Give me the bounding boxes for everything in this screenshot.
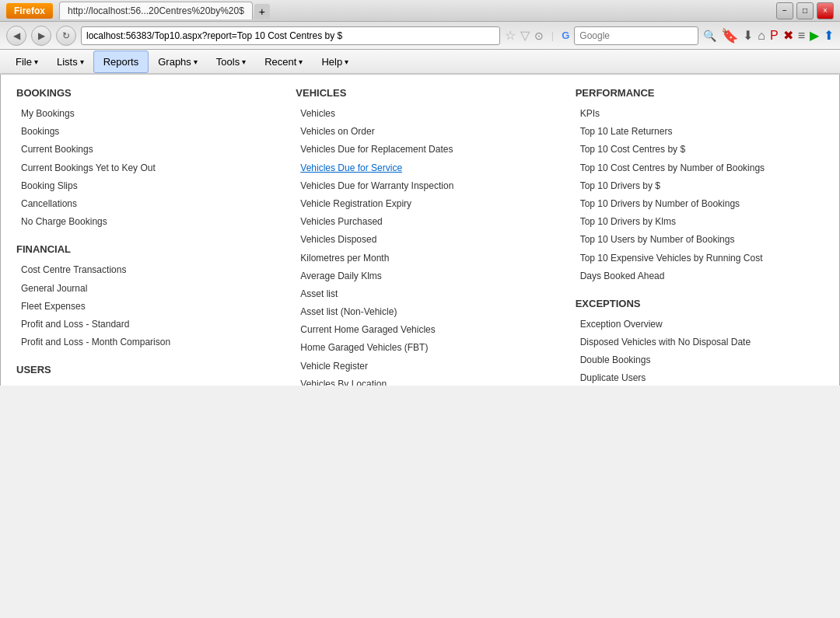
dropdown-col-3: PERFORMANCE KPIs Top 10 Late Returners T… bbox=[576, 87, 824, 386]
close-button[interactable]: × bbox=[817, 2, 834, 19]
bookings-section: BOOKINGS My Bookings Bookings Current Bo… bbox=[16, 87, 264, 231]
bookmark-v-icon[interactable]: ▽ bbox=[520, 28, 530, 43]
restore-button[interactable]: □ bbox=[796, 2, 814, 19]
dropdown-vehicles-by-location[interactable]: Vehicles By Location bbox=[296, 375, 544, 386]
menu-lists-label: Lists bbox=[57, 56, 78, 68]
dropdown-top10-drivers-dollar[interactable]: Top 10 Drivers by $ bbox=[576, 177, 824, 195]
dropdown-top10-cost-centres-bookings[interactable]: Top 10 Cost Centres by Number of Booking… bbox=[576, 159, 824, 177]
dropdown-booking-slips[interactable]: Booking Slips bbox=[16, 177, 264, 195]
bookings-title: BOOKINGS bbox=[16, 87, 264, 99]
dropdown-days-booked-ahead[interactable]: Days Booked Ahead bbox=[576, 267, 824, 285]
exceptions-title: EXCEPTIONS bbox=[576, 298, 824, 309]
url-input[interactable] bbox=[81, 26, 500, 45]
window-controls: − □ × bbox=[776, 2, 834, 19]
dropdown-top10-cost-centres-dollar[interactable]: Top 10 Cost Centres by $ bbox=[576, 141, 824, 159]
firefox-button[interactable]: Firefox bbox=[6, 3, 53, 19]
minimize-button[interactable]: − bbox=[776, 2, 793, 19]
dropdown-vehicle-registration[interactable]: Vehicle Registration Expiry bbox=[296, 195, 544, 213]
reports-dropdown: BOOKINGS My Bookings Bookings Current Bo… bbox=[0, 75, 840, 386]
search-icon[interactable]: 🔍 bbox=[703, 30, 716, 42]
exceptions-section: EXCEPTIONS Exception Overview Disposed V… bbox=[576, 298, 824, 386]
dropdown-vehicles-service[interactable]: Vehicles Due for Service bbox=[296, 159, 544, 177]
google-icon: G bbox=[562, 30, 569, 41]
dropdown-cancellations[interactable]: Cancellations bbox=[16, 195, 264, 213]
dropdown-asset-list-non-vehicle[interactable]: Asset list (Non-Vehicle) bbox=[296, 303, 544, 321]
menu-recent-arrow: ▾ bbox=[299, 58, 303, 66]
menu-reports[interactable]: Reports bbox=[93, 51, 149, 73]
financial-title: Financial bbox=[16, 243, 264, 255]
dropdown-current-bookings[interactable]: Current Bookings bbox=[16, 141, 264, 159]
dropdown-average-daily-klms[interactable]: Average Daily Klms bbox=[296, 267, 544, 285]
addon-icon2[interactable]: ≡ bbox=[798, 29, 805, 43]
refresh-button[interactable]: ↻ bbox=[56, 26, 76, 46]
dropdown-vehicles-disposed[interactable]: Vehicles Disposed bbox=[296, 231, 544, 249]
addon-icon4[interactable]: ⬆ bbox=[824, 28, 834, 43]
dropdown-general-journal[interactable]: General Journal bbox=[16, 280, 264, 298]
dropdown-my-bookings[interactable]: My Bookings bbox=[16, 105, 264, 123]
dropdown-exception-overview[interactable]: Exception Overview bbox=[576, 316, 824, 333]
dropdown-col-1: BOOKINGS My Bookings Bookings Current Bo… bbox=[16, 87, 264, 386]
tab-bar: http://localhost:56...20Centres%20by%20$… bbox=[59, 2, 776, 19]
download-icon[interactable]: ⬇ bbox=[743, 28, 753, 43]
forward-button[interactable]: ▶ bbox=[31, 26, 51, 46]
menu-help[interactable]: Help ▾ bbox=[312, 51, 358, 72]
dropdown-cost-centre-transactions[interactable]: Cost Centre Transactions bbox=[16, 261, 264, 279]
back-button[interactable]: ◀ bbox=[6, 26, 26, 46]
dropdown-double-bookings[interactable]: Double Bookings bbox=[576, 351, 824, 369]
dropdown-home-garaged-fbt[interactable]: Home Garaged Vehicles (FBT) bbox=[296, 339, 544, 357]
menu-tools-label: Tools bbox=[216, 56, 240, 68]
pinterest-icon[interactable]: P bbox=[770, 29, 779, 43]
dropdown-current-bookings-key-out[interactable]: Current Bookings Yet to Key Out bbox=[16, 159, 264, 177]
dropdown-top10-drivers-klms[interactable]: Top 10 Drivers by Klms bbox=[576, 213, 824, 231]
vehicles-title: VEHICLES bbox=[296, 87, 544, 99]
dropdown-profit-loss-standard[interactable]: Profit and Loss - Standard bbox=[16, 316, 264, 333]
menu-tools[interactable]: Tools ▾ bbox=[207, 51, 255, 72]
dropdown-col-2: VEHICLES Vehicles Vehicles on Order Vehi… bbox=[296, 87, 544, 386]
menu-graphs[interactable]: Graphs ▾ bbox=[149, 51, 207, 72]
financial-section: Financial Cost Centre Transactions Gener… bbox=[16, 243, 264, 351]
toolbar-icons: 🔖 ⬇ ⌂ P ✖ ≡ ▶ ⬆ bbox=[721, 27, 834, 44]
new-tab-button[interactable]: + bbox=[254, 4, 270, 19]
menu-lists-arrow: ▾ bbox=[80, 58, 84, 66]
bookmark-star-icon[interactable]: ☆ bbox=[505, 28, 516, 43]
dropdown-disposed-vehicles[interactable]: Disposed Vehicles with No Disposal Date bbox=[576, 333, 824, 351]
dropdown-fleet-expenses[interactable]: Fleet Expenses bbox=[16, 298, 264, 316]
menu-help-arrow: ▾ bbox=[345, 58, 348, 66]
dropdown-vehicles-purchased[interactable]: Vehicles Purchased bbox=[296, 213, 544, 231]
active-tab[interactable]: http://localhost:56...20Centres%20by%20$ bbox=[59, 2, 253, 19]
menu-file-arrow: ▾ bbox=[34, 58, 38, 66]
addon-icon1[interactable]: ✖ bbox=[783, 28, 793, 43]
dropdown-home-garaged-current[interactable]: Current Home Garaged Vehicles bbox=[296, 321, 544, 339]
addon-icon3[interactable]: ▶ bbox=[810, 28, 819, 43]
dropdown-duplicate-users[interactable]: Duplicate Users bbox=[576, 369, 824, 386]
dropdown-no-charge-bookings[interactable]: No Charge Bookings bbox=[16, 213, 264, 231]
menu-recent[interactable]: Recent ▾ bbox=[255, 51, 312, 72]
dropdown-kpis[interactable]: KPIs bbox=[576, 105, 824, 123]
dropdown-vehicle-register[interactable]: Vehicle Register bbox=[296, 358, 544, 375]
menu-file[interactable]: File ▾ bbox=[6, 51, 47, 72]
menu-lists[interactable]: Lists ▾ bbox=[47, 51, 93, 72]
dropdown-vehicles-replacement[interactable]: Vehicles Due for Replacement Dates bbox=[296, 141, 544, 159]
dropdown-kilometres-per-month[interactable]: Kilometres per Month bbox=[296, 250, 544, 267]
dropdown-profit-loss-month[interactable]: Profit and Loss - Month Comparison bbox=[16, 333, 264, 351]
dropdown-top10-drivers-bookings[interactable]: Top 10 Drivers by Number of Bookings bbox=[576, 195, 824, 213]
performance-title: PERFORMANCE bbox=[576, 87, 824, 99]
dropdown-asset-list[interactable]: Asset list bbox=[296, 285, 544, 303]
performance-section: PERFORMANCE KPIs Top 10 Late Returners T… bbox=[576, 87, 824, 285]
home-icon[interactable]: ⌂ bbox=[758, 29, 765, 43]
dropdown-vehicles[interactable]: Vehicles bbox=[296, 105, 544, 123]
search-input[interactable] bbox=[574, 26, 698, 45]
dropdown-bookings[interactable]: Bookings bbox=[16, 123, 264, 141]
dropdown-vehicles-on-order[interactable]: Vehicles on Order bbox=[296, 123, 544, 141]
dropdown-vehicles-warranty[interactable]: Vehicles Due for Warranty Inspection bbox=[296, 177, 544, 195]
dropdown-top10-expensive-vehicles[interactable]: Top 10 Expensive Vehicles by Running Cos… bbox=[576, 250, 824, 267]
separator: | bbox=[551, 30, 554, 41]
bookmark-icon[interactable]: 🔖 bbox=[721, 27, 738, 44]
dropdown-top10-late-returners[interactable]: Top 10 Late Returners bbox=[576, 123, 824, 141]
browser-title-bar: Firefox http://localhost:56...20Centres%… bbox=[0, 0, 840, 22]
dropdown-users[interactable]: Users bbox=[16, 382, 264, 386]
vehicles-section: VEHICLES Vehicles Vehicles on Order Vehi… bbox=[296, 87, 544, 386]
menu-help-label: Help bbox=[321, 56, 342, 68]
dropdown-top10-users-bookings[interactable]: Top 10 Users by Number of Bookings bbox=[576, 231, 824, 249]
menu-graphs-label: Graphs bbox=[158, 56, 191, 68]
